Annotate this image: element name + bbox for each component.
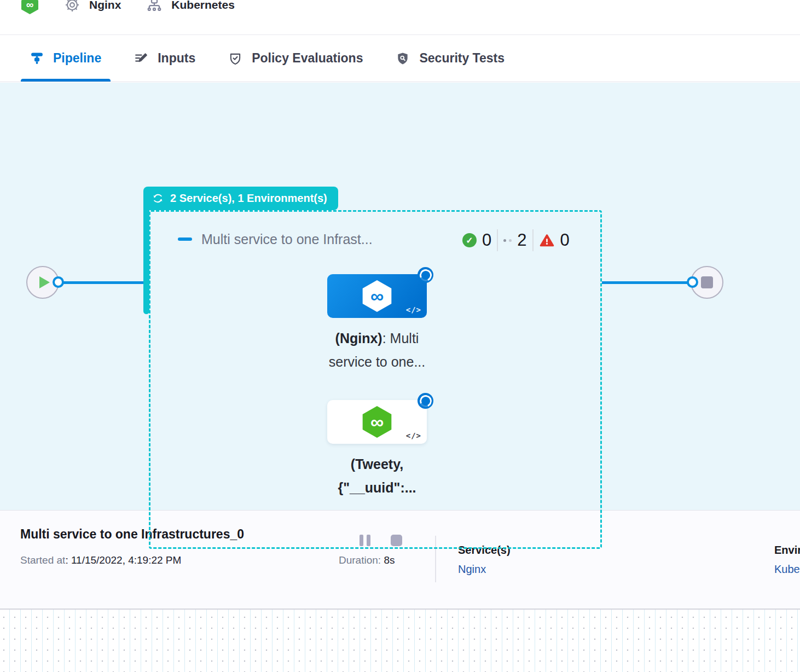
stage-group-badge[interactable]: 2 Service(s), 1 Environment(s): [143, 187, 338, 210]
dot-grid-background: [0, 609, 800, 672]
inputs-icon: [134, 51, 148, 66]
duration-value: 8s: [384, 554, 395, 566]
services-link[interactable]: Nginx: [458, 563, 486, 576]
service-chip-label: Nginx: [89, 0, 121, 11]
harness-stage-icon: ∞: [362, 280, 392, 312]
loop-icon: [152, 192, 164, 205]
tab-inputs-label: Inputs: [158, 51, 195, 66]
environment-link[interactable]: Kubernetes: [774, 563, 800, 576]
play-icon: [39, 276, 50, 288]
stop-icon: [701, 276, 713, 288]
pipeline-icon: [30, 51, 44, 65]
started-at-value: : 11/15/2022, 4:19:22 PM: [65, 554, 181, 566]
infrastructure-icon: [146, 0, 163, 13]
code-icon: </>: [406, 431, 421, 440]
running-spinner-icon: [418, 393, 433, 409]
shield-search-icon: [396, 51, 410, 66]
tab-policy-evaluations[interactable]: Policy Evaluations: [219, 35, 372, 82]
start-connector-dot: [53, 276, 64, 288]
stage-group-container: [149, 210, 602, 549]
shield-check-icon: [228, 51, 242, 66]
code-icon: </>: [406, 305, 421, 314]
execution-tabbar: Pipeline Inputs Policy Evaluations Secur…: [0, 35, 800, 82]
pipeline-execution-screen: ∞ Nginx Kubernetes: [0, 0, 800, 672]
environment-chip[interactable]: Kubernetes: [146, 0, 235, 13]
stage-group-badge-label: 2 Service(s), 1 Environment(s): [170, 192, 327, 205]
flow-line-right: [602, 281, 687, 284]
stage-group-sidebar: [143, 198, 149, 314]
flow-line-left: [58, 281, 149, 284]
harness-logo-icon: ∞: [21, 0, 39, 14]
harness-stage-icon: ∞: [362, 406, 392, 438]
tab-pipeline[interactable]: Pipeline: [21, 35, 111, 82]
service-chip[interactable]: Nginx: [64, 0, 121, 13]
gear-icon: [64, 0, 80, 13]
environment-chip-label: Kubernetes: [171, 0, 235, 11]
started-at-label: Started at: [20, 554, 65, 566]
tab-inputs[interactable]: Inputs: [125, 35, 205, 82]
entity-breadcrumb-bar: ∞ Nginx Kubernetes: [0, 0, 800, 35]
end-connector-dot: [687, 276, 698, 288]
tab-policy-label: Policy Evaluations: [252, 51, 363, 66]
tab-pipeline-label: Pipeline: [53, 51, 101, 66]
environment-label: Environment(s): [774, 544, 800, 557]
tab-security-tests[interactable]: Security Tests: [386, 35, 514, 82]
tab-security-label: Security Tests: [419, 51, 505, 66]
stage-node-nginx[interactable]: ∞ </>: [327, 274, 427, 318]
stage-node-tweety[interactable]: ∞ </>: [327, 400, 427, 444]
running-spinner-icon: [418, 267, 433, 283]
pipeline-canvas: 2 Service(s), 1 Environment(s) Multi ser…: [0, 83, 800, 510]
duration-label: Duration:: [339, 554, 381, 566]
